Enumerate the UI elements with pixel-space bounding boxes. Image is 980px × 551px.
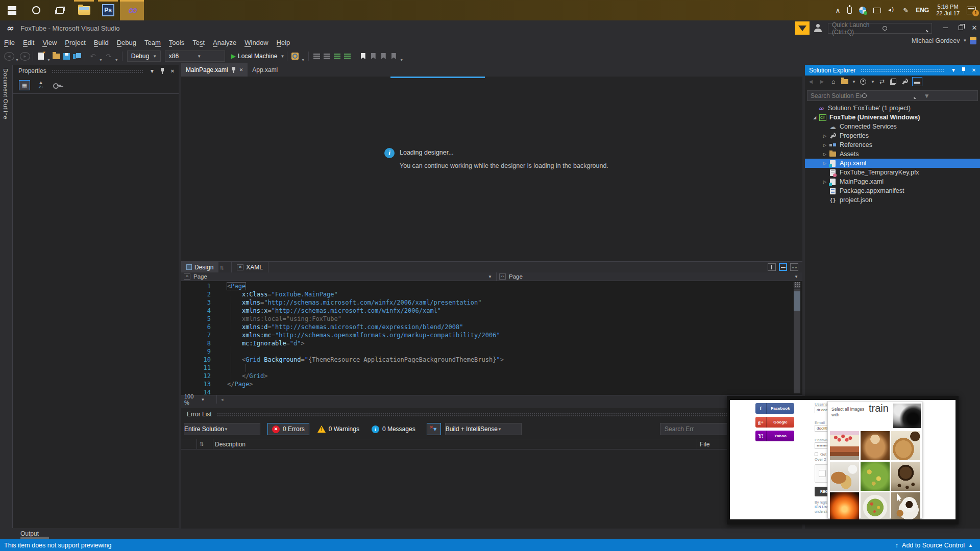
menu-file[interactable]: File [0, 37, 19, 48]
network-display-icon[interactable] [873, 8, 881, 13]
add-to-source-control-button[interactable]: ↑ Add to Source Control ▲ [895, 542, 973, 549]
taskbar-file-explorer-icon[interactable] [72, 0, 96, 20]
expand-arrow-icon[interactable]: ▷ [821, 143, 829, 147]
se-properties-icon[interactable] [901, 77, 909, 86]
captcha-image-salad-plate[interactable] [861, 492, 890, 519]
tab-design[interactable]: Design [181, 262, 218, 272]
menu-tools[interactable]: Tools [165, 37, 188, 48]
restore-button[interactable] [953, 20, 968, 35]
taskbar-photoshop-icon[interactable]: Ps [96, 0, 120, 20]
categorized-button[interactable]: ▦ [19, 80, 30, 90]
tab-xaml[interactable]: ‹› XAML [231, 262, 268, 272]
find-in-files-icon[interactable] [290, 51, 300, 62]
window-position-icon[interactable]: ▼ [148, 67, 156, 75]
breadcrumb-left-pane[interactable]: ‹› Page ▼ [181, 272, 497, 281]
start-debugging-button[interactable]: ▶Local Machine▼ [227, 51, 285, 62]
se-show-all-files-icon[interactable]: ▬ [912, 77, 922, 86]
breadcrumb-right-pane[interactable]: ‹› Page ▼ [497, 272, 802, 281]
defender-icon[interactable] [859, 7, 866, 14]
tree-item-mainpage-xaml[interactable]: ▷MainPage.xaml [805, 177, 980, 186]
pen-icon[interactable]: ✎ [903, 7, 909, 14]
close-icon[interactable]: ✕ [239, 67, 243, 72]
google-login-button[interactable]: g+Google [755, 417, 794, 428]
taskbar-visual-studio-icon[interactable]: ∞ [120, 0, 144, 20]
tree-item-foxtube-universal-windows-[interactable]: ◢C#FoxTube (Universal Windows) [805, 113, 980, 122]
newsletter-checkbox[interactable] [815, 453, 818, 456]
menu-edit[interactable]: Edit [19, 37, 38, 48]
solution-explorer-header[interactable]: Solution Explorer ▼ ✕ [805, 65, 980, 76]
minimize-button[interactable] [938, 20, 952, 35]
horizontal-split-button[interactable] [779, 263, 787, 271]
dropdown-caret-icon[interactable]: ▼ [98, 58, 104, 62]
properties-panel-header[interactable]: Properties ▼ ✕ [13, 65, 179, 77]
pin-icon[interactable] [158, 67, 166, 75]
config-dropdown[interactable]: Debug▼ [127, 51, 161, 62]
recaptcha-checkbox[interactable] [819, 470, 826, 477]
taskbar-task-view-icon[interactable] [48, 0, 72, 20]
swap-panes-icon[interactable]: ↑↓ [218, 264, 224, 270]
taskbar-start-icon[interactable] [0, 0, 24, 20]
close-icon[interactable]: ✕ [168, 67, 177, 75]
menu-view[interactable]: View [38, 37, 61, 48]
solution-explorer-search-input[interactable]: Search Solution Explorer (Ctrl+;) ▼ [807, 90, 978, 101]
filter-button[interactable] [427, 423, 441, 435]
menu-analyze[interactable]: Analyze [209, 37, 240, 48]
se-pending-changes-icon[interactable] [860, 77, 867, 86]
feedback-flag-button[interactable] [795, 21, 810, 35]
user-account-menu[interactable]: Michael Gordeev ▼ [912, 37, 976, 44]
expand-arrow-icon[interactable]: ▷ [821, 180, 829, 184]
alphabetical-button[interactable]: AZ↓ [35, 80, 46, 90]
new-item-icon[interactable] [36, 51, 46, 62]
language-indicator[interactable]: ENG [916, 7, 929, 14]
window-position-icon[interactable]: ▼ [949, 66, 958, 74]
platform-dropdown[interactable]: x86▼ [165, 51, 225, 62]
errors-filter-button[interactable]: ✕ 0 Errors [267, 423, 309, 435]
taskbar-clock[interactable]: 5:16 PM 22-Jul-17 [936, 4, 960, 17]
sort-order-icon[interactable]: ⇅ [200, 441, 204, 447]
zoom-level-dropdown[interactable]: 100 % ▼ [181, 395, 217, 404]
captcha-image-fire-bowl[interactable] [830, 492, 859, 519]
document-outline-tab[interactable]: Document Outline [3, 68, 9, 119]
scope-dropdown[interactable]: Entire Solution ▼ [184, 423, 260, 435]
tree-item-package-appxmanifest[interactable]: Package.appxmanifest [805, 186, 980, 195]
comment-code-icon[interactable] [311, 51, 322, 62]
menu-help[interactable]: Help [273, 37, 295, 48]
tree-item-foxtube-temporarykey-pfx[interactable]: FoxTube_TemporaryKey.pfx [805, 168, 980, 177]
save-all-icon[interactable] [72, 51, 82, 62]
pin-icon[interactable] [232, 67, 236, 73]
xaml-designer-surface[interactable]: i Loading designer... You can continue w… [181, 77, 802, 261]
source-dropdown[interactable]: Build + IntelliSense ▼ [445, 423, 522, 435]
hscroll-left-arrow[interactable]: ◂ [217, 397, 228, 402]
usb-icon[interactable] [847, 7, 852, 14]
se-refresh-icon[interactable]: ⇄ [878, 77, 886, 86]
save-icon[interactable] [62, 51, 72, 62]
output-tab[interactable]: Output [20, 530, 39, 537]
expand-arrow-icon[interactable]: ▷ [821, 134, 829, 138]
dropdown-caret-icon[interactable]: ▼ [300, 58, 306, 62]
warnings-filter-button[interactable]: 0 Warnings [313, 423, 363, 435]
editor-vertical-scrollbar[interactable] [794, 282, 800, 393]
pin-icon[interactable] [960, 66, 968, 74]
menu-build[interactable]: Build [90, 37, 113, 48]
toggle-bookmark-icon[interactable] [358, 51, 368, 62]
tree-item-project-json[interactable]: {}project.json [805, 195, 980, 205]
captcha-image-strawberry-cake[interactable] [830, 431, 859, 460]
menu-window[interactable]: Window [240, 37, 272, 48]
dropdown-caret-icon[interactable]: ▼ [46, 58, 52, 62]
captcha-image-breakfast-plate[interactable] [830, 462, 859, 491]
yahoo-login-button[interactable]: Y!Yahoo [755, 431, 794, 441]
collapse-arrow-icon[interactable]: ◢ [811, 115, 819, 120]
tree-item-app-xaml[interactable]: ▷App.xaml [805, 159, 980, 168]
error-list-header[interactable]: Error List [181, 408, 802, 420]
menu-project[interactable]: Project [61, 37, 89, 48]
close-button[interactable]: ✕ [969, 20, 980, 35]
close-icon[interactable]: ✕ [970, 66, 978, 74]
captcha-image-coffee-beans[interactable] [891, 462, 920, 491]
collapse-pane-button[interactable]: ⌄⌄ [790, 263, 798, 271]
facebook-login-button[interactable]: fFacebook [755, 403, 794, 414]
tree-item-connected-services[interactable]: ☁Connected Services [805, 122, 980, 131]
dropdown-caret-icon[interactable]: ▼ [114, 58, 119, 62]
tree-item-references[interactable]: ▷References [805, 140, 980, 149]
column-description[interactable]: Description [215, 441, 246, 448]
expand-arrow-icon[interactable]: ▷ [821, 152, 829, 157]
